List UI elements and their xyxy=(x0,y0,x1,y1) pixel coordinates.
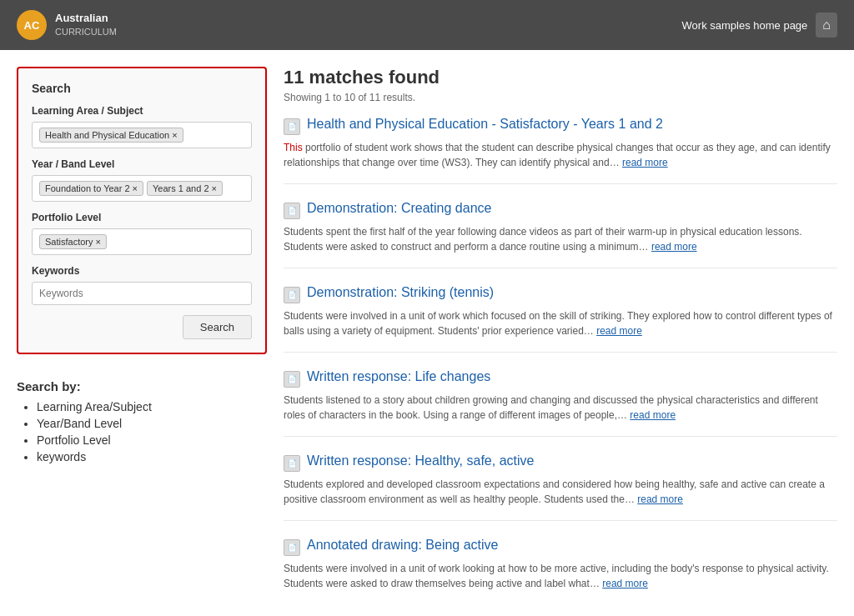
search-by-item-3: Portfolio Level xyxy=(37,433,267,447)
results-subtitle: Showing 1 to 10 of 11 results. xyxy=(284,92,837,103)
search-by-item-1: Learning Area/Subject xyxy=(37,400,267,413)
result-item: 📄Health and Physical Education - Satisfa… xyxy=(284,117,837,184)
search-by-title: Search by: xyxy=(17,379,267,393)
result-item: 📄Demonstration: Striking (tennis)Student… xyxy=(284,285,837,353)
read-more-link[interactable]: read more xyxy=(622,157,668,168)
year-band-input[interactable]: Foundation to Year 2 × Years 1 and 2 × xyxy=(32,175,252,202)
right-panel: 11 matches found Showing 1 to 10 of 11 r… xyxy=(284,67,837,616)
result-highlight: This xyxy=(284,142,303,153)
search-by-item-4: keywords xyxy=(37,450,267,463)
results-list: 📄Health and Physical Education - Satisfa… xyxy=(284,117,837,604)
result-title-link[interactable]: Written response: Life changes xyxy=(307,369,490,384)
search-by-item-2: Year/Band Level xyxy=(37,417,267,430)
result-description: Students were involved in a unit of work… xyxy=(284,561,837,591)
result-item: 📄Demonstration: Creating danceStudents s… xyxy=(284,201,837,268)
result-item: 📄Annotated drawing: Being activeStudents… xyxy=(284,538,837,604)
logo-text: Australian CURRICULUM xyxy=(55,12,117,38)
year-band-label: Year / Band Level xyxy=(32,158,252,170)
home-button[interactable]: ⌂ xyxy=(816,13,837,38)
result-title-link[interactable]: Demonstration: Striking (tennis) xyxy=(307,285,494,300)
result-title-row: 📄Written response: Life changes xyxy=(284,369,837,388)
search-button[interactable]: Search xyxy=(183,315,252,339)
result-document-icon: 📄 xyxy=(284,287,300,303)
left-panel: Search Learning Area / Subject Health an… xyxy=(17,67,267,616)
result-title-link[interactable]: Annotated drawing: Being active xyxy=(307,538,498,553)
header: AC Australian CURRICULUM Work samples ho… xyxy=(0,0,854,50)
learning-area-input[interactable]: Health and Physical Education × xyxy=(32,122,252,148)
result-item: 📄Written response: Healthy, safe, active… xyxy=(284,453,837,521)
logo-area: AC Australian CURRICULUM xyxy=(17,10,117,40)
search-by-list: Learning Area/Subject Year/Band Level Po… xyxy=(17,400,267,463)
result-title-row: 📄Annotated drawing: Being active xyxy=(284,538,837,556)
read-more-link[interactable]: read more xyxy=(651,241,697,253)
result-item: 📄Written response: Life changesStudents … xyxy=(284,369,837,437)
portfolio-label: Portfolio Level xyxy=(32,212,252,223)
result-description: This portfolio of student work shows tha… xyxy=(284,140,837,170)
results-title: 11 matches found xyxy=(284,67,837,88)
result-title-row: 📄Written response: Healthy, safe, active xyxy=(284,453,837,472)
result-document-icon: 📄 xyxy=(284,118,300,135)
year-band-tag-2[interactable]: Years 1 and 2 × xyxy=(147,181,223,196)
learning-area-tag[interactable]: Health and Physical Education × xyxy=(39,128,183,143)
result-description: Students listened to a story about child… xyxy=(284,393,837,423)
portfolio-tag[interactable]: Satisfactory × xyxy=(39,234,107,249)
result-title-link[interactable]: Written response: Healthy, safe, active xyxy=(307,453,534,468)
result-title-row: 📄Health and Physical Education - Satisfa… xyxy=(284,117,837,135)
search-box: Search Learning Area / Subject Health an… xyxy=(17,67,267,354)
read-more-link[interactable]: read more xyxy=(630,409,676,421)
main-container: Search Learning Area / Subject Health an… xyxy=(0,50,854,616)
result-document-icon: 📄 xyxy=(284,455,300,472)
result-description: Students spent the first half of the yea… xyxy=(284,224,837,254)
result-description: Students explored and developed classroo… xyxy=(284,477,837,507)
result-title-row: 📄Demonstration: Striking (tennis) xyxy=(284,285,837,303)
portfolio-input[interactable]: Satisfactory × xyxy=(32,228,252,255)
work-samples-link[interactable]: Work samples home page xyxy=(682,19,808,32)
keywords-input[interactable] xyxy=(32,282,252,305)
search-box-title: Search xyxy=(32,82,252,95)
keywords-label: Keywords xyxy=(32,265,252,277)
read-more-link[interactable]: read more xyxy=(596,325,642,337)
year-band-tag-1[interactable]: Foundation to Year 2 × xyxy=(39,181,143,196)
header-right: Work samples home page ⌂ xyxy=(682,13,837,38)
result-document-icon: 📄 xyxy=(284,203,300,219)
read-more-link[interactable]: read more xyxy=(637,493,683,505)
result-title-link[interactable]: Health and Physical Education - Satisfac… xyxy=(307,117,663,132)
result-title-link[interactable]: Demonstration: Creating dance xyxy=(307,201,491,216)
result-description: Students were involved in a unit of work… xyxy=(284,308,837,338)
read-more-link[interactable]: read more xyxy=(602,578,648,589)
result-title-row: 📄Demonstration: Creating dance xyxy=(284,201,837,219)
search-by-section: Search by: Learning Area/Subject Year/Ba… xyxy=(17,371,267,475)
logo-circle: AC xyxy=(17,10,47,40)
learning-area-label: Learning Area / Subject xyxy=(32,105,252,117)
result-document-icon: 📄 xyxy=(284,539,300,556)
result-document-icon: 📄 xyxy=(284,371,300,388)
